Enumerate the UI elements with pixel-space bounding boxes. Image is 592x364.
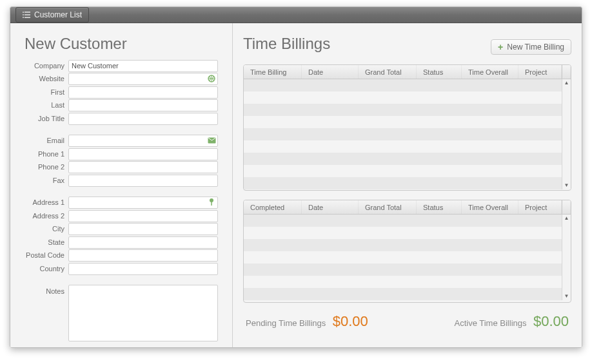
- billings-panel: Time Billings + New Time Billing Time Bi…: [233, 23, 582, 348]
- active-label: Active Time Billings: [455, 318, 527, 328]
- pending-value: $0.00: [333, 313, 368, 329]
- state-input[interactable]: [68, 236, 218, 249]
- address2-input[interactable]: [68, 210, 218, 222]
- svg-point-4: [23, 17, 24, 18]
- postal-input[interactable]: [68, 249, 218, 262]
- address1-label: Address 1: [10, 198, 68, 206]
- jobtitle-input[interactable]: [68, 113, 218, 125]
- completed-billings-grid: Completed Date Grand Total Status Time O…: [243, 200, 571, 303]
- last-label: Last: [10, 101, 68, 109]
- col-time-overall2[interactable]: Time Overall: [462, 200, 518, 214]
- email-input[interactable]: [68, 135, 218, 147]
- pending-label: Pending Time Billings: [246, 318, 326, 328]
- scroll-down-icon[interactable]: ▼: [564, 292, 569, 300]
- address1-input[interactable]: [68, 196, 218, 209]
- state-label: State: [10, 238, 68, 246]
- table-row[interactable]: [244, 153, 562, 165]
- col-date[interactable]: Date: [302, 65, 359, 79]
- company-input[interactable]: [68, 60, 218, 72]
- toolbar: Customer List: [10, 7, 582, 23]
- table-row[interactable]: [244, 140, 562, 153]
- grid1-rows: [244, 79, 562, 189]
- col-time-overall[interactable]: Time Overall: [462, 65, 518, 79]
- table-row[interactable]: [244, 104, 562, 116]
- table-row[interactable]: [244, 239, 562, 251]
- table-row[interactable]: [244, 79, 562, 91]
- phone1-input[interactable]: [68, 148, 218, 160]
- first-label: First: [10, 88, 68, 96]
- grid2-header: Completed Date Grand Total Status Time O…: [244, 200, 571, 215]
- website-label: Website: [10, 75, 68, 82]
- table-row[interactable]: [244, 177, 562, 189]
- svg-rect-1: [25, 12, 30, 13]
- app-window: Customer List New Customer Company Websi…: [10, 6, 582, 348]
- phone1-label: Phone 1: [10, 150, 68, 158]
- new-time-billing-button[interactable]: + New Time Billing: [491, 39, 571, 55]
- new-time-billing-label: New Time Billing: [507, 43, 564, 52]
- scroll-up-icon[interactable]: ▲: [564, 79, 569, 87]
- phone2-label: Phone 2: [10, 163, 68, 171]
- active-value: $0.00: [533, 313, 569, 329]
- table-row[interactable]: [244, 251, 562, 263]
- col-grand-total2[interactable]: Grand Total: [359, 200, 417, 214]
- table-row[interactable]: [244, 227, 562, 239]
- company-label: Company: [10, 62, 68, 70]
- grid1-scrollbar[interactable]: ▲ ▼: [562, 79, 571, 189]
- svg-rect-3: [25, 14, 30, 15]
- grid2-rows: [244, 215, 562, 300]
- customer-list-label: Customer List: [34, 10, 82, 19]
- jobtitle-label: Job Title: [10, 115, 68, 122]
- table-row[interactable]: [244, 116, 562, 128]
- table-row[interactable]: [244, 263, 562, 276]
- col-completed[interactable]: Completed: [244, 200, 302, 214]
- website-input[interactable]: [68, 73, 218, 85]
- mail-icon[interactable]: [207, 136, 216, 145]
- col-grand-total[interactable]: Grand Total: [359, 65, 417, 79]
- postal-label: Postal Code: [10, 251, 68, 259]
- svg-point-2: [23, 14, 24, 15]
- col-time-billing[interactable]: Time Billing: [244, 65, 302, 79]
- city-label: City: [10, 225, 68, 233]
- customer-form-panel: New Customer Company Website First Last …: [10, 23, 233, 348]
- scroll-up-icon[interactable]: ▲: [564, 215, 569, 222]
- city-input[interactable]: [68, 223, 218, 235]
- col-project[interactable]: Project: [518, 65, 562, 79]
- first-input[interactable]: [68, 86, 218, 99]
- table-row[interactable]: [244, 91, 562, 104]
- svg-rect-5: [25, 17, 30, 18]
- table-row[interactable]: [244, 288, 562, 300]
- col-status2[interactable]: Status: [417, 200, 462, 214]
- notes-label: Notes: [10, 285, 68, 295]
- fax-input[interactable]: [68, 175, 218, 187]
- content: New Customer Company Website First Last …: [10, 23, 582, 348]
- scroll-down-icon[interactable]: ▼: [564, 182, 569, 189]
- time-billings-grid: Time Billing Date Grand Total Status Tim…: [243, 64, 571, 191]
- table-row[interactable]: [244, 215, 562, 227]
- country-label: Country: [10, 265, 68, 273]
- grid1-header: Time Billing Date Grand Total Status Tim…: [244, 65, 571, 79]
- list-icon: [23, 12, 30, 18]
- phone2-input[interactable]: [68, 161, 218, 173]
- globe-icon[interactable]: [207, 74, 216, 83]
- fax-label: Fax: [10, 177, 68, 184]
- last-input[interactable]: [68, 99, 218, 111]
- table-row[interactable]: [244, 276, 562, 288]
- address2-label: Address 2: [10, 212, 68, 220]
- table-row[interactable]: [244, 165, 562, 177]
- country-input[interactable]: [68, 263, 218, 275]
- col-date2[interactable]: Date: [302, 200, 359, 214]
- grid2-scrollbar[interactable]: ▲ ▼: [562, 215, 571, 300]
- email-label: Email: [10, 137, 68, 144]
- col-status[interactable]: Status: [417, 65, 462, 79]
- notes-textarea[interactable]: [68, 285, 218, 341]
- table-row[interactable]: [244, 128, 562, 140]
- customer-list-button[interactable]: Customer List: [15, 7, 89, 23]
- billings-title: Time Billings: [243, 35, 330, 53]
- pin-icon[interactable]: [207, 198, 216, 207]
- page-title: New Customer: [25, 35, 223, 53]
- totals-row: Pending Time Billings $0.00 Active Time …: [243, 312, 571, 330]
- svg-point-0: [23, 12, 24, 13]
- col-project2[interactable]: Project: [518, 200, 562, 214]
